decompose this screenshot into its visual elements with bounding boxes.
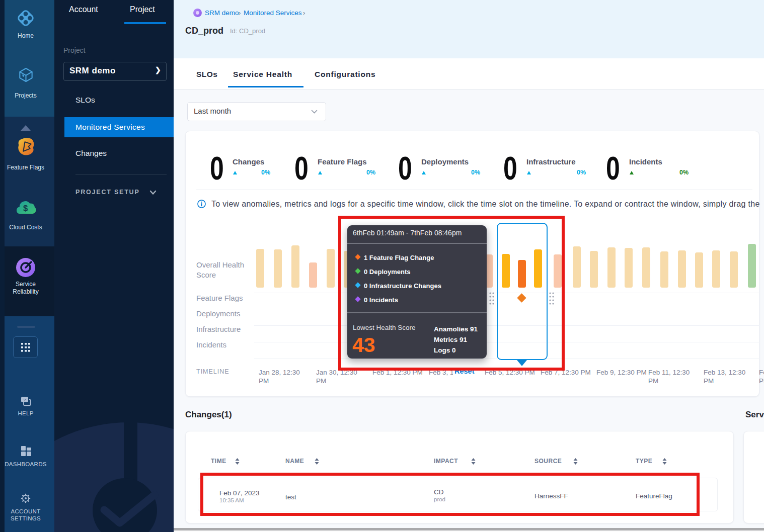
svg-text:?: ? [24,398,26,402]
svg-text:$: $ [23,204,28,213]
